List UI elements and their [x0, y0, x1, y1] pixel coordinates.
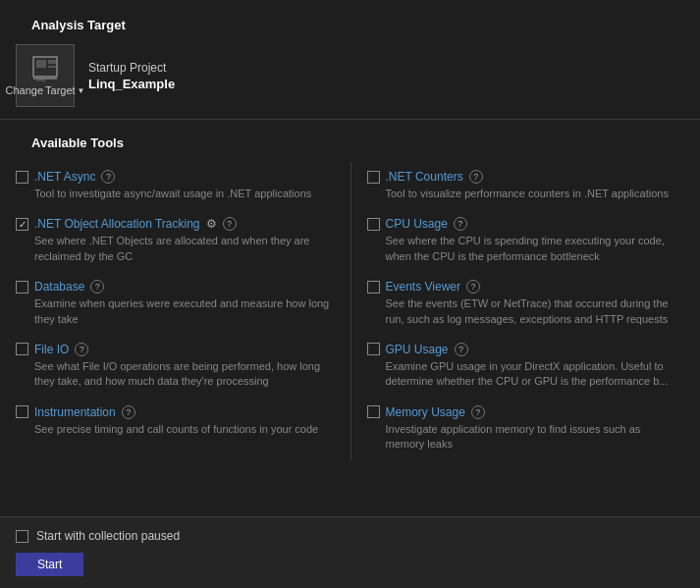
tool-memory-checkbox[interactable] [367, 405, 380, 418]
tool-net-async-name: .NET Async [34, 170, 95, 184]
tool-net-counters-header: .NET Counters ? [367, 170, 673, 184]
tool-cpu-desc: See where the CPU is spending time execu… [367, 234, 673, 264]
tool-gpu-help-icon[interactable]: ? [455, 343, 468, 356]
tool-cpu-checkbox[interactable] [367, 218, 380, 231]
collection-paused-checkbox[interactable] [16, 530, 28, 543]
tool-memory-help-icon[interactable]: ? [471, 405, 485, 419]
target-info: Startup Project Linq_Example [88, 61, 175, 91]
collection-paused-label: Start with collection paused [36, 529, 180, 543]
tool-cpu-usage: CPU Usage ? See where the CPU is spendin… [350, 209, 685, 272]
startup-label: Startup Project [88, 61, 175, 75]
dropdown-arrow-icon: ▼ [78, 86, 85, 95]
analysis-target-title: Analysis Target [16, 8, 684, 38]
tool-database: Database ? Examine when queries were exe… [16, 272, 350, 335]
change-label-text: Change [5, 84, 43, 96]
tool-net-object-help-icon[interactable]: ? [223, 217, 237, 231]
collection-paused-row: Start with collection paused [16, 529, 684, 543]
tool-file-io-desc: See what File I/O operations are being p… [16, 359, 330, 390]
tool-events-name: Events Viewer [386, 280, 460, 294]
tool-database-header: Database ? [16, 280, 339, 294]
start-button[interactable]: Start [16, 553, 83, 576]
tool-gpu-checkbox[interactable] [367, 343, 380, 355]
tool-net-async-header: .NET Async ? [16, 170, 339, 184]
tool-net-object-gear-icon[interactable]: ⚙ [206, 217, 217, 231]
tool-memory-header: Memory Usage ? [367, 405, 673, 419]
tool-gpu-desc: Examine GPU usage in your DirectX applic… [367, 359, 673, 390]
tool-memory-name: Memory Usage [386, 405, 465, 419]
tool-cpu-header: CPU Usage ? [367, 217, 673, 231]
tool-instrumentation-desc: See precise timing and call counts of fu… [16, 422, 330, 437]
svg-text:LINQ: LINQ [36, 78, 45, 82]
tool-net-counters-checkbox[interactable] [367, 171, 380, 184]
tool-net-async-help-icon[interactable]: ? [101, 170, 115, 184]
target-icon: LINQ [31, 55, 59, 82]
tool-database-name: Database [34, 280, 84, 294]
tool-file-io-help-icon[interactable]: ? [75, 343, 88, 356]
change-target-label[interactable]: Change Target ▼ [5, 84, 84, 96]
tool-events-viewer: Events Viewer ? See the events (ETW or N… [350, 272, 685, 335]
svg-rect-1 [36, 60, 46, 68]
tool-net-counters-desc: Tool to visualize performance counters i… [367, 187, 673, 201]
tool-net-counters: .NET Counters ? Tool to visualize perfor… [350, 162, 685, 209]
tool-memory-usage: Memory Usage ? Investigate application m… [350, 398, 685, 460]
tool-net-counters-name: .NET Counters [386, 170, 463, 184]
analysis-target-section: Analysis Target LINQ Change Target ▼ Sta… [0, 0, 700, 119]
tool-file-io-checkbox[interactable] [16, 343, 28, 355]
tool-net-object-allocation: .NET Object Allocation Tracking ⚙ ? See … [16, 209, 350, 272]
tool-events-desc: See the events (ETW or NetTrace) that oc… [367, 296, 673, 327]
tool-cpu-help-icon[interactable]: ? [454, 217, 467, 231]
bottom-section: Start with collection paused Start [0, 516, 700, 588]
tool-events-help-icon[interactable]: ? [466, 280, 480, 294]
tool-instrumentation-header: Instrumentation ? [16, 405, 339, 419]
tool-instrumentation-checkbox[interactable] [16, 405, 28, 418]
tool-instrumentation-name: Instrumentation [34, 405, 116, 419]
tool-events-checkbox[interactable] [367, 281, 380, 294]
tool-net-async: .NET Async ? Tool to investigate async/a… [16, 162, 350, 209]
tool-net-async-desc: Tool to investigate async/await usage in… [16, 187, 330, 201]
tool-instrumentation-help-icon[interactable]: ? [122, 405, 135, 419]
tool-file-io-name: File IO [34, 343, 69, 356]
tool-file-io: File IO ? See what File I/O operations a… [16, 335, 350, 398]
tool-database-desc: Examine when queries were executed and m… [16, 296, 330, 327]
tool-instrumentation: Instrumentation ? See precise timing and… [16, 398, 350, 460]
change-target-text: Target [45, 84, 76, 96]
tools-grid: .NET Async ? Tool to investigate async/a… [16, 162, 684, 460]
tool-file-io-header: File IO ? [16, 343, 339, 356]
target-card: LINQ Change Target ▼ Startup Project Lin… [16, 44, 684, 107]
change-target-button[interactable]: LINQ Change Target ▼ [16, 44, 75, 107]
svg-rect-2 [48, 60, 56, 64]
tool-cpu-name: CPU Usage [386, 217, 448, 231]
tool-net-object-checkbox[interactable] [16, 218, 28, 231]
tool-net-object-name: .NET Object Allocation Tracking [34, 217, 200, 231]
tool-gpu-header: GPU Usage ? [367, 343, 673, 356]
tool-gpu-name: GPU Usage [386, 343, 449, 356]
project-name: Linq_Example [88, 77, 175, 91]
tool-memory-desc: Investigate application memory to find i… [367, 422, 673, 453]
svg-rect-3 [48, 66, 56, 68]
tool-database-checkbox[interactable] [16, 281, 28, 294]
tool-net-object-header: .NET Object Allocation Tracking ⚙ ? [16, 217, 339, 231]
tool-net-object-desc: See where .NET Objects are allocated and… [16, 234, 330, 264]
available-tools-section: Available Tools .NET Async ? Tool to inv… [0, 120, 700, 464]
tool-net-counters-help-icon[interactable]: ? [469, 170, 483, 184]
tool-database-help-icon[interactable]: ? [90, 280, 104, 294]
tool-events-header: Events Viewer ? [367, 280, 673, 294]
available-tools-title: Available Tools [16, 126, 684, 156]
tool-net-async-checkbox[interactable] [16, 171, 28, 184]
tool-gpu-usage: GPU Usage ? Examine GPU usage in your Di… [350, 335, 685, 398]
